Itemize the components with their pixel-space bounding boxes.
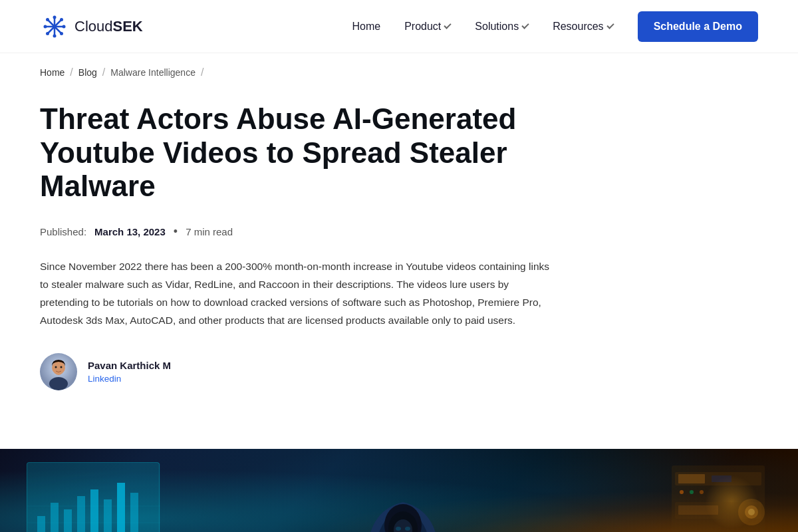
logo[interactable]: CloudSEK [40,12,143,41]
svg-point-18 [55,366,57,368]
svg-point-43 [700,490,704,494]
logo-icon [40,12,69,41]
author-name: Pavan Karthick M [88,360,171,371]
svg-point-10 [60,32,63,35]
svg-rect-26 [104,499,112,532]
svg-point-41 [680,490,684,494]
article-meta: Published: March 13, 2023 • 7 min read [40,225,625,239]
svg-point-36 [405,527,410,531]
nav-product[interactable]: Product [404,21,451,33]
svg-rect-28 [130,493,138,532]
svg-rect-27 [117,483,125,532]
monitor-element [27,462,160,532]
main-content: Threat Actors Abuse AI-Generated Youtube… [0,89,665,449]
right-equipment [658,459,778,532]
resources-chevron-icon [606,21,614,29]
breadcrumb-separator-2: / [102,66,105,78]
breadcrumb: Home / Blog / Malware Intelligence / [0,53,798,89]
product-chevron-icon [444,21,452,29]
site-header: CloudSEK Home Product Solutions Resource… [0,0,798,53]
svg-rect-25 [90,489,98,532]
meta-dot: • [174,225,178,239]
svg-rect-45 [678,505,718,515]
svg-rect-40 [712,475,732,482]
schedule-demo-button[interactable]: Schedule a Demo [638,11,758,42]
svg-rect-22 [51,503,59,532]
nav-home[interactable]: Home [352,21,380,33]
svg-point-5 [53,15,57,19]
svg-point-17 [53,363,64,375]
published-label: Published: [40,226,86,237]
avatar-image [40,353,77,390]
svg-rect-21 [37,516,45,532]
author-linkedin-link[interactable]: Linkedin [88,374,171,384]
main-nav: Home Product Solutions Resources Schedul… [352,11,758,42]
svg-point-6 [53,34,57,37]
published-date: March 13, 2023 [94,226,166,237]
svg-rect-24 [77,496,85,532]
svg-point-48 [748,509,755,515]
logo-text: CloudSEK [74,18,143,35]
breadcrumb-home[interactable]: Home [40,67,65,78]
author-section: Pavan Karthick M Linkedin [40,353,625,390]
svg-point-11 [60,18,63,21]
svg-point-8 [63,25,66,28]
hero-image [0,449,798,532]
read-time: 7 min read [186,226,233,237]
author-avatar [40,353,77,390]
breadcrumb-separator-3: / [201,66,203,78]
svg-rect-23 [64,509,72,532]
article-title: Threat Actors Abuse AI-Generated Youtube… [40,102,559,203]
svg-point-42 [690,490,694,494]
nav-solutions[interactable]: Solutions [475,21,529,33]
nav-resources[interactable]: Resources [553,21,613,33]
solutions-chevron-icon [521,21,529,29]
svg-point-19 [61,366,63,368]
svg-point-12 [46,32,49,35]
svg-point-7 [44,25,47,28]
svg-point-35 [396,527,401,531]
breadcrumb-separator-1: / [70,66,72,78]
breadcrumb-current: Malware Intelligence [110,67,196,78]
svg-rect-39 [678,474,705,483]
svg-point-16 [49,377,68,390]
breadcrumb-blog[interactable]: Blog [78,67,97,78]
article-intro: Since November 2022 there has been a 200… [40,257,559,330]
author-info: Pavan Karthick M Linkedin [88,360,171,384]
hacker-figure [363,482,443,532]
svg-point-9 [46,18,49,21]
